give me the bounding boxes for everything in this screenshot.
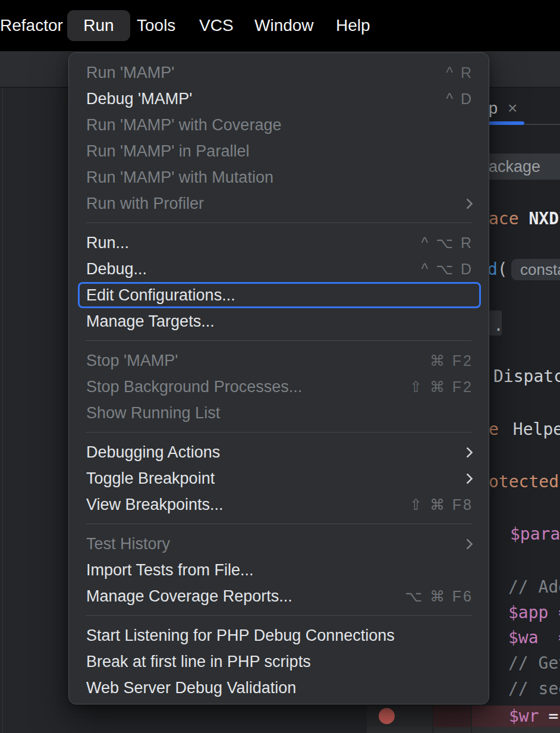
shortcut-label: ^ R — [446, 64, 473, 82]
tabbar-border — [524, 124, 560, 125]
gutter-divider — [471, 706, 472, 733]
shortcut-label: ⌘ F2 — [430, 352, 473, 369]
breakpoint-icon[interactable] — [379, 708, 395, 724]
menubar-item-refactor[interactable]: Refactor — [0, 0, 63, 51]
menu-separator — [86, 223, 472, 223]
folded-region[interactable]: . — [489, 311, 502, 336]
shortcut-label: ⌥ ⌘ F6 — [405, 588, 473, 605]
menu-item-debug-mamp[interactable]: Debug 'MAMP' ^ D — [69, 86, 489, 112]
submenu-chevron-icon — [462, 198, 473, 209]
menubar-item-run[interactable]: Run — [67, 10, 130, 41]
next-line-strip — [367, 727, 560, 733]
menu-item-test-history[interactable]: Test History — [69, 531, 489, 557]
editor-banner: ackage — [487, 154, 560, 180]
inlay-hint: constant — [511, 259, 560, 280]
macos-menubar: Refactor Run Tools VCS Window Help — [0, 0, 560, 51]
menu-separator — [86, 340, 472, 341]
menu-item-start-listening-php-debug[interactable]: Start Listening for PHP Debug Connection… — [69, 622, 489, 649]
submenu-chevron-icon — [462, 447, 473, 458]
menubar-item-tools[interactable]: Tools — [137, 0, 175, 51]
menu-separator — [86, 524, 472, 524]
shortcut-label: ^ ⌥ R — [421, 234, 474, 252]
menu-item-run-with-profiler[interactable]: Run with Profiler — [69, 190, 489, 217]
editor-pane: p × ackage ace NXD\ d( constant . Dispat… — [487, 88, 560, 733]
code-line-dispatcher: Dispatcher — [493, 368, 560, 386]
menu-item-run-mamp[interactable]: Run 'MAMP' ^ R — [69, 59, 489, 86]
shortcut-label: ^ ⌥ D — [421, 261, 474, 278]
editor-tab[interactable]: p — [489, 95, 498, 121]
menu-item-manage-targets[interactable]: Manage Targets... — [69, 308, 489, 334]
menu-item-run-mamp-mutation[interactable]: Run 'MAMP' with Mutation — [69, 164, 489, 190]
menu-item-view-breakpoints[interactable]: View Breakpoints... ⇧ ⌘ F8 — [69, 491, 489, 518]
editor-banner-text: ackage — [489, 158, 540, 176]
editor-gutter[interactable] — [367, 706, 433, 727]
menu-item-edit-configurations[interactable]: Edit Configurations... — [78, 282, 481, 308]
menu-item-debug-dialog[interactable]: Debug... ^ ⌥ D — [69, 256, 489, 282]
menu-item-stop-mamp[interactable]: Stop 'MAMP' ⌘ F2 — [69, 347, 489, 374]
code-line-wa: $wa = — [508, 629, 560, 647]
menu-item-import-tests-from-file[interactable]: Import Tests from File... — [69, 557, 489, 583]
menu-item-manage-coverage-reports[interactable]: Manage Coverage Reports... ⌥ ⌘ F6 — [69, 583, 489, 609]
code-line-comment-see: // see — [508, 680, 560, 698]
shortcut-label: ⇧ ⌘ F8 — [410, 496, 473, 513]
menu-item-run-mamp-parallel[interactable]: Run 'MAMP' in Parallel — [69, 138, 489, 164]
gutter-divider — [432, 706, 433, 733]
screen: { "menubar": { "items": [ {"label": "Ref… — [0, 0, 560, 733]
menu-item-web-server-debug-validation[interactable]: Web Server Debug Validation — [69, 675, 489, 701]
menu-item-toggle-breakpoint[interactable]: Toggle Breakpoint — [69, 465, 489, 491]
run-menu-popup: Run 'MAMP' ^ R Debug 'MAMP' ^ D Run 'MAM… — [68, 52, 489, 704]
code-line-namespace: ace NXD\ — [489, 210, 560, 228]
menu-item-run-dialog[interactable]: Run... ^ ⌥ R — [69, 230, 489, 256]
submenu-chevron-icon — [462, 538, 473, 549]
tab-close-icon[interactable]: × — [508, 95, 517, 121]
code-line-app: $app = — [508, 604, 560, 622]
code-line-protected: otected — [489, 473, 559, 491]
code-line-params: $params — [510, 525, 560, 543]
menu-item-run-mamp-coverage[interactable]: Run 'MAMP' with Coverage — [69, 112, 489, 138]
code-line-use: eHelper — [489, 421, 560, 438]
menubar-item-vcs[interactable]: VCS — [199, 0, 234, 51]
code-line-comment-get: // Get — [508, 654, 560, 672]
tab-active-indicator — [489, 121, 524, 125]
code-line-comment-add: // Add — [508, 578, 560, 596]
shortcut-label: ⇧ ⌘ F2 — [410, 378, 473, 396]
menubar-item-window[interactable]: Window — [254, 0, 314, 51]
breakpoint-line-gutter — [433, 706, 471, 727]
menu-separator — [86, 432, 472, 433]
menu-item-stop-background-processes[interactable]: Stop Background Processes... ⇧ ⌘ F2 — [69, 374, 489, 400]
code-line-wr: $wr= — [509, 707, 558, 725]
window-edge-divider — [2, 88, 3, 733]
shortcut-label: ^ D — [446, 90, 473, 108]
menu-separator — [86, 615, 472, 616]
submenu-chevron-icon — [462, 473, 473, 484]
menubar-item-help[interactable]: Help — [336, 0, 370, 51]
code-line-call: d( — [487, 261, 508, 278]
menu-item-debugging-actions[interactable]: Debugging Actions — [69, 439, 489, 465]
menu-item-show-running-list[interactable]: Show Running List — [69, 400, 489, 426]
menu-item-break-at-first-line[interactable]: Break at first line in PHP scripts — [69, 649, 489, 675]
